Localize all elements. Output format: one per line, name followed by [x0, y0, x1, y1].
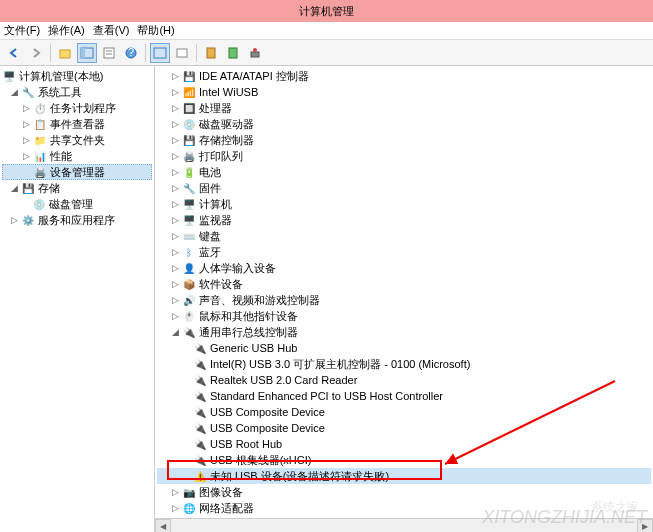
- device-firmware[interactable]: ▷🔧固件: [157, 180, 651, 196]
- expand-icon[interactable]: ▷: [169, 102, 181, 114]
- expand-icon[interactable]: ▷: [169, 246, 181, 258]
- expand-icon[interactable]: ▷: [169, 278, 181, 290]
- tree-disk-mgmt[interactable]: 💿 磁盘管理: [2, 196, 152, 212]
- device-usb-realtek[interactable]: 🔌Realtek USB 2.0 Card Reader: [157, 372, 651, 388]
- expand-icon[interactable]: ▷: [169, 230, 181, 242]
- help-button[interactable]: ?: [121, 43, 141, 63]
- scroll-left-button[interactable]: ◀: [155, 519, 171, 532]
- device-imaging[interactable]: ▷📷图像设备: [157, 484, 651, 500]
- scan-button[interactable]: [201, 43, 221, 63]
- tree-shared-folders[interactable]: ▷ 📁 共享文件夹: [2, 132, 152, 148]
- device-usb-category[interactable]: ◢🔌通用串行总线控制器: [157, 324, 651, 340]
- refresh-button[interactable]: [172, 43, 192, 63]
- expand-icon[interactable]: ▷: [169, 118, 181, 130]
- expand-icon[interactable]: ▷: [169, 262, 181, 274]
- menu-bar: 文件(F) 操作(A) 查看(V) 帮助(H): [0, 22, 653, 40]
- usb-device-icon: 🔌: [193, 421, 207, 435]
- uninstall-button[interactable]: [245, 43, 265, 63]
- usb-device-icon: 🔌: [193, 453, 207, 467]
- device-keyboard[interactable]: ▷⌨️键盘: [157, 228, 651, 244]
- device-mouse[interactable]: ▷🖱️鼠标和其他指针设备: [157, 308, 651, 324]
- update-button[interactable]: [223, 43, 243, 63]
- tree-label: 共享文件夹: [50, 133, 105, 148]
- expand-icon[interactable]: ▷: [169, 86, 181, 98]
- device-ide[interactable]: ▷💾IDE ATA/ATAPI 控制器: [157, 68, 651, 84]
- tree-services[interactable]: ▷ ⚙️ 服务和应用程序: [2, 212, 152, 228]
- expand-icon[interactable]: ▷: [20, 150, 32, 162]
- horizontal-scrollbar[interactable]: ◀ ▶: [155, 518, 653, 532]
- device-label: 监视器: [199, 213, 232, 228]
- device-usb-composite1[interactable]: 🔌USB Composite Device: [157, 404, 651, 420]
- device-storage-ctrl[interactable]: ▷💾存储控制器: [157, 132, 651, 148]
- tree-device-manager[interactable]: 🖨️ 设备管理器: [2, 164, 152, 180]
- tree-system-tools[interactable]: ◢ 🔧 系统工具: [2, 84, 152, 100]
- menu-file[interactable]: 文件(F): [4, 23, 40, 38]
- properties-button[interactable]: [99, 43, 119, 63]
- expand-icon[interactable]: ▷: [169, 198, 181, 210]
- device-label: Realtek USB 2.0 Card Reader: [210, 374, 357, 386]
- svg-text:?: ?: [128, 46, 134, 58]
- tree-event-viewer[interactable]: ▷ 📋 事件查看器: [2, 116, 152, 132]
- device-software[interactable]: ▷📦软件设备: [157, 276, 651, 292]
- device-usb-xhci[interactable]: 🔌USB 根集线器(xHCI): [157, 452, 651, 468]
- cpu-icon: 🔲: [182, 101, 196, 115]
- device-computer[interactable]: ▷🖥️计算机: [157, 196, 651, 212]
- expand-icon[interactable]: ▷: [169, 502, 181, 514]
- device-wiusb[interactable]: ▷📶Intel WiUSB: [157, 84, 651, 100]
- expand-icon[interactable]: ▷: [8, 214, 20, 226]
- expand-icon[interactable]: ▷: [169, 214, 181, 226]
- back-button[interactable]: [4, 43, 24, 63]
- expand-icon[interactable]: ▷: [20, 134, 32, 146]
- expand-icon[interactable]: ▷: [169, 182, 181, 194]
- tree-task-scheduler[interactable]: ▷ ⏱️ 任务计划程序: [2, 100, 152, 116]
- device-usb-std-enhanced[interactable]: 🔌Standard Enhanced PCI to USB Host Contr…: [157, 388, 651, 404]
- menu-help[interactable]: 帮助(H): [137, 23, 174, 38]
- device-mgr-icon: 🖨️: [33, 165, 47, 179]
- expand-icon[interactable]: ▷: [20, 118, 32, 130]
- expand-icon[interactable]: ▷: [169, 150, 181, 162]
- expand-icon[interactable]: ▷: [20, 102, 32, 114]
- collapse-icon[interactable]: ◢: [169, 326, 181, 338]
- collapse-icon[interactable]: ◢: [8, 182, 20, 194]
- device-cpu[interactable]: ▷🔲处理器: [157, 100, 651, 116]
- expand-icon[interactable]: ▷: [169, 166, 181, 178]
- menu-action[interactable]: 操作(A): [48, 23, 85, 38]
- expand-icon[interactable]: ▷: [169, 70, 181, 82]
- expand-icon[interactable]: ▷: [169, 486, 181, 498]
- device-usb-root-hub[interactable]: 🔌USB Root Hub: [157, 436, 651, 452]
- device-print[interactable]: ▷🖨️打印队列: [157, 148, 651, 164]
- expand-icon[interactable]: ▷: [169, 294, 181, 306]
- left-tree-panel: 🖥️ 计算机管理(本地) ◢ 🔧 系统工具 ▷ ⏱️ 任务计划程序 ▷ 📋 事件…: [0, 66, 155, 532]
- device-usb-intel3[interactable]: 🔌Intel(R) USB 3.0 可扩展主机控制器 - 0100 (Micro…: [157, 356, 651, 372]
- expand-icon[interactable]: ▷: [169, 134, 181, 146]
- device-sound[interactable]: ▷🔊声音、视频和游戏控制器: [157, 292, 651, 308]
- show-tree-button[interactable]: [77, 43, 97, 63]
- forward-button[interactable]: [26, 43, 46, 63]
- device-label: Generic USB Hub: [210, 342, 297, 354]
- device-disk[interactable]: ▷💿磁盘驱动器: [157, 116, 651, 132]
- device-label: 通用串行总线控制器: [199, 325, 298, 340]
- device-usb-composite2[interactable]: 🔌USB Composite Device: [157, 420, 651, 436]
- storage-ctrl-icon: 💾: [182, 133, 196, 147]
- device-hid[interactable]: ▷👤人体学输入设备: [157, 260, 651, 276]
- tree-performance[interactable]: ▷ 📊 性能: [2, 148, 152, 164]
- tree-storage[interactable]: ◢ 💾 存储: [2, 180, 152, 196]
- device-monitor[interactable]: ▷🖥️监视器: [157, 212, 651, 228]
- device-usb-unknown[interactable]: ⚠️未知 USB 设备(设备描述符请求失败): [157, 468, 651, 484]
- collapse-icon[interactable]: ◢: [8, 86, 20, 98]
- expand-icon[interactable]: ▷: [169, 310, 181, 322]
- scroll-track[interactable]: [171, 519, 637, 532]
- scroll-right-button[interactable]: ▶: [637, 519, 653, 532]
- tree-root[interactable]: 🖥️ 计算机管理(本地): [2, 68, 152, 84]
- device-bluetooth[interactable]: ▷ᛒ蓝牙: [157, 244, 651, 260]
- up-button[interactable]: [55, 43, 75, 63]
- svg-rect-2: [81, 48, 85, 58]
- device-usb-generic-hub[interactable]: 🔌Generic USB Hub: [157, 340, 651, 356]
- separator: [50, 44, 51, 62]
- device-battery[interactable]: ▷🔋电池: [157, 164, 651, 180]
- view-button[interactable]: [150, 43, 170, 63]
- usb-warning-icon: ⚠️: [193, 469, 207, 483]
- device-network[interactable]: ▷🌐网络适配器: [157, 500, 651, 516]
- wiusb-icon: 📶: [182, 85, 196, 99]
- menu-view[interactable]: 查看(V): [93, 23, 130, 38]
